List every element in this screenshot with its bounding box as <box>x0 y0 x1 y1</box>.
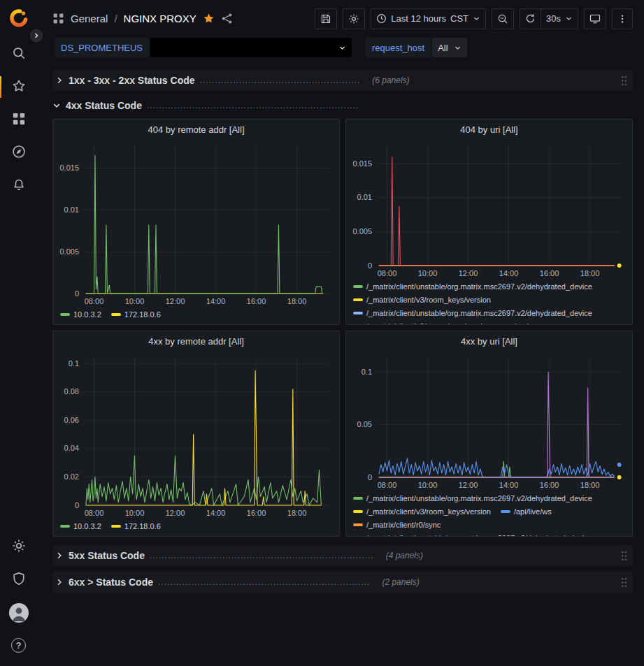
row-drag-handle[interactable] <box>621 577 627 588</box>
variable-datasource: DS_PROMETHEUS <box>55 38 352 57</box>
timezone-label: CST <box>450 13 468 24</box>
svg-text:0.01: 0.01 <box>357 193 372 201</box>
legend-label: /_matrix/client/r0/sync <box>366 521 441 529</box>
timeseries-chart[interactable]: 00.020.040.060.080.108:0010:0012:0014:00… <box>53 351 339 519</box>
time-range-label: Last 12 hours <box>391 13 446 24</box>
timeseries-chart[interactable]: 00.0050.010.01508:0010:0012:0014:0016:00… <box>53 139 339 307</box>
panel-legend: /_matrix/client/unstable/org.matrix.msc2… <box>346 280 632 324</box>
svg-text:14:00: 14:00 <box>206 297 226 305</box>
legend-item[interactable]: 172.18.0.6 <box>111 521 161 532</box>
legend-item[interactable]: /sw.js <box>501 321 533 324</box>
chart-svg: 00.020.040.060.080.108:0010:0012:0014:00… <box>53 351 339 519</box>
favorite-star-icon[interactable] <box>203 13 215 24</box>
row-drag-handle[interactable] <box>621 551 627 561</box>
legend-label: /_matrix/client/unstable/org.matrix.msc2… <box>366 309 592 317</box>
request-host-select[interactable]: All <box>432 38 466 57</box>
toolbar-actions: Last 12 hours CST 30s <box>315 8 633 29</box>
chart-svg: 00.0050.010.01508:0010:0012:0014:0016:00… <box>346 139 632 280</box>
grafana-flame-icon <box>9 8 29 28</box>
chart-svg: 00.050.108:0010:0012:0014:0016:0018:00 <box>346 351 632 491</box>
sidebar-item-profile[interactable] <box>0 596 37 629</box>
row-title: 1xx - 3xx - 2xx Status Code <box>69 75 195 86</box>
sidebar-item-server-admin[interactable] <box>0 563 37 596</box>
row-1xx-3xx-2xx-status-code[interactable]: 1xx - 3xx - 2xx Status Code ............… <box>52 70 633 91</box>
panel-legend: /_matrix/client/unstable/org.matrix.msc2… <box>346 491 632 536</box>
row-5xx-status-code[interactable]: 5xx Status Code ........................… <box>52 545 633 566</box>
chart-svg: 00.0050.010.01508:0010:0012:0014:0016:00… <box>53 139 339 307</box>
panel-title[interactable]: 404 by uri [All] <box>346 120 632 139</box>
more-options-button[interactable] <box>612 8 633 29</box>
legend-item[interactable]: /api/live/ws <box>501 506 552 517</box>
variable-request-host: request_host All <box>366 38 467 57</box>
legend-item[interactable]: /_matrix/client/unstable/org.matrix.msc2… <box>353 281 592 292</box>
chevron-right-icon <box>55 551 64 560</box>
svg-text:10:00: 10:00 <box>125 297 145 305</box>
timeseries-chart[interactable]: 00.050.108:0010:0012:0014:0016:0018:00 <box>346 351 632 491</box>
sidebar-item-alerting[interactable] <box>0 169 37 202</box>
panel-title[interactable]: 404 by remote addr [All] <box>53 120 339 139</box>
legend-label: /sw.js <box>514 322 533 324</box>
datasource-select[interactable] <box>150 38 352 57</box>
svg-text:0: 0 <box>368 473 372 482</box>
breadcrumb-folder[interactable]: General <box>71 13 108 24</box>
legend-label: /_matrix/client/v3/room_keys/version <box>366 322 491 324</box>
apps-grid-icon <box>52 13 64 24</box>
legend-label: /_matrix/client/unstable/org.matrix.msc2… <box>366 534 592 536</box>
tv-mode-button[interactable] <box>584 8 606 29</box>
row-4xx-status-code[interactable]: 4xx Status Code ........................… <box>52 96 633 115</box>
legend-item[interactable]: /_matrix/client/unstable/org.matrix.msc2… <box>353 307 592 319</box>
legend-item[interactable]: 10.0.3.2 <box>60 521 101 532</box>
legend-item[interactable]: 10.0.3.2 <box>60 309 101 320</box>
clock-icon <box>376 13 387 24</box>
svg-text:16:00: 16:00 <box>540 269 559 277</box>
svg-text:0.015: 0.015 <box>59 164 79 172</box>
legend-item[interactable]: /_matrix/client/r0/sync <box>353 519 441 530</box>
legend-item[interactable]: /_matrix/client/v3/room_keys/version <box>353 506 491 517</box>
row-drag-handle[interactable] <box>621 75 627 86</box>
refresh-interval-label: 30s <box>546 13 561 24</box>
svg-text:0.005: 0.005 <box>59 247 79 256</box>
main-area: General / NGINX PROXY Last 12 hours CST <box>37 0 644 666</box>
save-dashboard-button[interactable] <box>315 8 337 29</box>
zoom-out-button[interactable] <box>492 8 514 29</box>
svg-text:14:00: 14:00 <box>206 509 226 517</box>
refresh-interval-picker[interactable]: 30s <box>541 8 578 29</box>
sidebar-item-help[interactable]: ? <box>0 629 37 662</box>
dashboard-settings-button[interactable] <box>343 8 365 29</box>
help-icon: ? <box>11 638 26 653</box>
sidebar-expand-button[interactable] <box>30 29 43 42</box>
sidebar-item-dashboards[interactable] <box>0 103 37 136</box>
legend-item[interactable]: /_matrix/client/v3/room_keys/version <box>353 321 491 324</box>
sidebar-item-configuration[interactable] <box>0 530 37 563</box>
svg-text:12:00: 12:00 <box>459 269 478 277</box>
timeseries-chart[interactable]: 00.0050.010.01508:0010:0012:0014:0016:00… <box>346 139 632 280</box>
svg-text:10:00: 10:00 <box>418 481 438 489</box>
panel-4xx-by-remote-addr: 4xx by remote addr [All] 00.020.040.060.… <box>52 331 340 537</box>
panel-title[interactable]: 4xx by remote addr [All] <box>53 331 339 351</box>
svg-text:0.1: 0.1 <box>69 359 79 368</box>
legend-item[interactable]: /_matrix/client/unstable/org.matrix.msc2… <box>353 533 592 536</box>
chevron-down-icon <box>473 15 480 22</box>
sidebar-item-explore[interactable] <box>0 136 37 169</box>
panel-title[interactable]: 4xx by uri [All] <box>346 331 632 351</box>
gear-icon <box>12 539 26 555</box>
sidebar-item-starred[interactable] <box>0 71 37 103</box>
row-6xx-status-code[interactable]: 6xx > Status Code ......................… <box>52 572 633 593</box>
search-icon <box>12 46 26 62</box>
dashboard-toolbar: General / NGINX PROXY Last 12 hours CST <box>37 0 644 37</box>
time-range-picker[interactable]: Last 12 hours CST <box>371 8 486 29</box>
refresh-button[interactable] <box>520 8 541 29</box>
svg-text:16:00: 16:00 <box>540 481 559 489</box>
svg-text:08:00: 08:00 <box>85 297 104 305</box>
breadcrumb-dashboard-title[interactable]: NGINX PROXY <box>124 13 196 24</box>
save-icon <box>320 13 331 24</box>
legend-label: 172.18.0.6 <box>124 522 161 530</box>
breadcrumb-separator: / <box>114 13 117 24</box>
legend-item[interactable]: 172.18.0.6 <box>111 309 161 320</box>
legend-item[interactable]: /_matrix/client/v3/room_keys/version <box>353 294 491 305</box>
sidebar-item-search[interactable] <box>0 38 37 71</box>
grafana-logo[interactable] <box>9 8 29 28</box>
share-icon[interactable] <box>221 13 233 24</box>
legend-item[interactable]: /_matrix/client/unstable/org.matrix.msc2… <box>353 493 592 504</box>
panel-title-text: 404 by uri [All] <box>460 124 517 135</box>
